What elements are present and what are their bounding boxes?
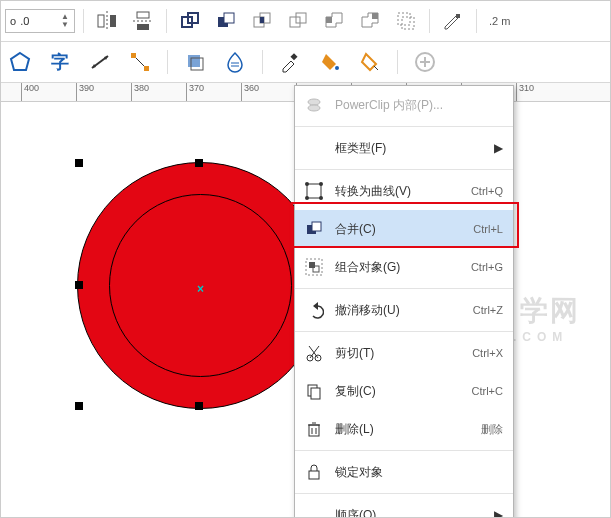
svg-rect-42 bbox=[309, 262, 315, 268]
dimension-tool-button[interactable] bbox=[85, 47, 115, 77]
spinner[interactable]: ▲▼ bbox=[60, 13, 70, 29]
menu-item-convert-to-curve[interactable]: 转换为曲线(V) Ctrl+Q bbox=[295, 172, 513, 210]
eyedropper-button[interactable] bbox=[275, 47, 305, 77]
svg-rect-50 bbox=[311, 388, 320, 399]
svg-point-32 bbox=[308, 99, 320, 105]
ruler-tick: 360 bbox=[241, 83, 259, 101]
flip-vertical-button[interactable] bbox=[128, 6, 158, 36]
svg-marker-16 bbox=[11, 53, 29, 70]
ruler-tick: 310 bbox=[516, 83, 534, 101]
selection-center-marker: × bbox=[197, 282, 204, 296]
simplify-button[interactable] bbox=[283, 6, 313, 36]
outline-pen-button[interactable] bbox=[438, 6, 468, 36]
toolbar-second: 字 bbox=[1, 42, 610, 83]
svg-marker-26 bbox=[322, 54, 336, 70]
fill-button[interactable] bbox=[315, 47, 345, 77]
lock-icon bbox=[303, 461, 325, 483]
outline-width-value: .2 m bbox=[489, 15, 510, 27]
menu-item-shortcut: Ctrl+Z bbox=[473, 304, 503, 316]
menu-item-frame-type[interactable]: 框类型(F) ▶ bbox=[295, 129, 513, 167]
submenu-arrow-icon: ▶ bbox=[494, 508, 503, 518]
svg-point-27 bbox=[335, 66, 339, 70]
svg-rect-10 bbox=[260, 17, 264, 23]
intersect-button[interactable] bbox=[247, 6, 277, 36]
svg-rect-20 bbox=[131, 53, 136, 58]
menu-item-label: PowerClip 内部(P)... bbox=[335, 97, 503, 114]
menu-item-order[interactable]: 顺序(O) ▶ bbox=[295, 496, 513, 518]
trim-button[interactable] bbox=[211, 6, 241, 36]
flip-horizontal-button[interactable] bbox=[92, 6, 122, 36]
svg-rect-3 bbox=[137, 12, 149, 18]
add-button[interactable] bbox=[410, 47, 440, 77]
svg-point-33 bbox=[308, 105, 320, 111]
context-menu: PowerClip 内部(P)... 框类型(F) ▶ 转换为曲线(V) Ctr… bbox=[294, 85, 514, 518]
menu-separator bbox=[295, 493, 513, 494]
separator bbox=[397, 50, 398, 74]
copy-icon bbox=[303, 380, 325, 402]
svg-rect-56 bbox=[309, 471, 319, 479]
front-minus-back-button[interactable] bbox=[319, 6, 349, 36]
connector-tool-button[interactable] bbox=[125, 47, 155, 77]
separator bbox=[429, 9, 430, 33]
selection-handle[interactable] bbox=[75, 402, 83, 410]
drop-shadow-button[interactable] bbox=[180, 47, 210, 77]
svg-point-36 bbox=[319, 182, 323, 186]
text-tool-button[interactable]: 字 bbox=[45, 47, 75, 77]
svg-point-38 bbox=[319, 196, 323, 200]
smart-fill-button[interactable] bbox=[355, 47, 385, 77]
back-minus-front-button[interactable] bbox=[355, 6, 385, 36]
blank-icon bbox=[303, 137, 325, 159]
menu-item-shortcut: 删除 bbox=[481, 422, 503, 437]
svg-line-22 bbox=[136, 58, 144, 66]
menu-item-group[interactable]: 组合对象(G) Ctrl+G bbox=[295, 248, 513, 286]
polygon-tool-button[interactable] bbox=[5, 47, 35, 77]
svg-rect-21 bbox=[144, 66, 149, 71]
app-window: { "toolbar1": { "value_box": ".0", "righ… bbox=[0, 0, 611, 518]
menu-item-label: 顺序(O) bbox=[335, 507, 484, 519]
boundary-button[interactable] bbox=[391, 6, 421, 36]
svg-rect-40 bbox=[312, 222, 321, 231]
menu-item-merge[interactable]: 合并(C) Ctrl+L bbox=[295, 210, 513, 248]
menu-item-cut[interactable]: 剪切(T) Ctrl+X bbox=[295, 334, 513, 372]
svg-line-48 bbox=[309, 346, 318, 358]
selection-handle[interactable] bbox=[75, 159, 83, 167]
rotation-input[interactable]: o .0 ▲▼ bbox=[5, 9, 75, 33]
weld-button[interactable] bbox=[175, 6, 205, 36]
svg-marker-28 bbox=[362, 54, 376, 70]
cut-icon bbox=[303, 342, 325, 364]
menu-item-label: 删除(L) bbox=[335, 421, 471, 438]
svg-rect-51 bbox=[309, 425, 319, 436]
svg-marker-44 bbox=[313, 302, 318, 310]
ruler-tick: 400 bbox=[21, 83, 39, 101]
selection-handle[interactable] bbox=[75, 281, 83, 289]
svg-point-35 bbox=[305, 182, 309, 186]
menu-item-label: 锁定对象 bbox=[335, 464, 503, 481]
menu-item-shortcut: Ctrl+G bbox=[471, 261, 503, 273]
menu-item-undo-move[interactable]: 撤消移动(U) Ctrl+Z bbox=[295, 291, 513, 329]
svg-rect-34 bbox=[307, 184, 321, 198]
ruler-tick: 370 bbox=[186, 83, 204, 101]
menu-item-lock[interactable]: 锁定对象 bbox=[295, 453, 513, 491]
degree-symbol: o bbox=[10, 15, 16, 27]
powerclip-icon bbox=[303, 94, 325, 116]
svg-rect-4 bbox=[137, 24, 149, 30]
menu-item-shortcut: Ctrl+C bbox=[472, 385, 503, 397]
menu-separator bbox=[295, 169, 513, 170]
menu-item-copy[interactable]: 复制(C) Ctrl+C bbox=[295, 372, 513, 410]
menu-item-shortcut: Ctrl+L bbox=[473, 223, 503, 235]
svg-rect-12 bbox=[296, 13, 306, 23]
svg-rect-7 bbox=[224, 13, 234, 23]
svg-rect-14 bbox=[402, 17, 414, 29]
group-icon bbox=[303, 256, 325, 278]
svg-line-47 bbox=[310, 346, 319, 358]
menu-separator bbox=[295, 126, 513, 127]
transparency-button[interactable] bbox=[220, 47, 250, 77]
menu-item-label: 框类型(F) bbox=[335, 140, 484, 157]
menu-item-delete[interactable]: 删除(L) 删除 bbox=[295, 410, 513, 448]
svg-rect-15 bbox=[456, 14, 460, 18]
menu-item-powerclip[interactable]: PowerClip 内部(P)... bbox=[295, 86, 513, 124]
svg-point-37 bbox=[305, 196, 309, 200]
selection-handle[interactable] bbox=[195, 402, 203, 410]
toolbar-top: o .0 ▲▼ .2 m bbox=[1, 1, 610, 42]
selection-handle[interactable] bbox=[195, 159, 203, 167]
